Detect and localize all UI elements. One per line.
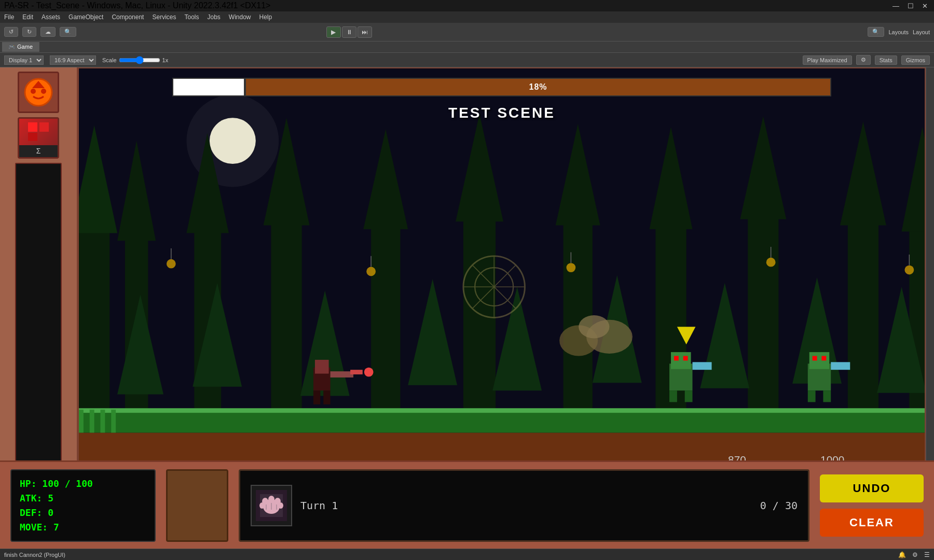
svg-marker-36	[492, 287, 542, 390]
display-select-container[interactable]: Display 1	[4, 55, 44, 65]
pause-button[interactable]: ⏸	[342, 26, 356, 38]
card-panel[interactable]: Σ	[18, 117, 59, 159]
svg-rect-30	[909, 206, 925, 418]
menu-file[interactable]: File	[4, 13, 14, 21]
svg-rect-14	[194, 210, 221, 417]
stat-move: MOVE: 7	[20, 522, 146, 533]
status-text: finish Cannon2 (ProgUI)	[4, 552, 65, 558]
menu-services[interactable]: Services	[152, 13, 176, 21]
settings-button[interactable]: ⚙	[856, 55, 871, 65]
svg-marker-39	[792, 277, 842, 383]
menu-edit[interactable]: Edit	[22, 13, 33, 21]
svg-marker-38	[700, 283, 749, 388]
minimize-button[interactable]: —	[890, 2, 901, 10]
gizmos-button[interactable]: Gizmos	[901, 55, 930, 65]
turn-header: Turn 1 0 / 30	[300, 499, 798, 512]
toolbar: ↺ ↻ ☁ 🔍 ▶ ⏸ ⏭ 🔍 Layouts Layout	[0, 23, 934, 41]
search-toolbar-button[interactable]: 🔍	[60, 27, 76, 37]
svg-rect-79	[315, 360, 329, 374]
play-maximized-button[interactable]: Play Maximized	[803, 55, 852, 65]
svg-rect-99	[823, 390, 831, 402]
display-select[interactable]: Display 1	[4, 55, 44, 65]
tab-game[interactable]: 🎮 Game	[2, 42, 39, 52]
maximize-button[interactable]: ☐	[905, 2, 916, 10]
card-bottom: Σ	[19, 145, 58, 157]
svg-point-58	[586, 320, 633, 354]
stat-def: DEF: 0	[20, 507, 146, 518]
turn-text-area: Turn 1 0 / 30	[300, 499, 798, 512]
svg-rect-16	[271, 199, 301, 417]
svg-marker-25	[650, 127, 693, 229]
turn-info: Turn 1 0 / 30	[239, 469, 809, 542]
game-bar-right: Play Maximized ⚙ Stats Gizmos	[803, 55, 930, 65]
tab-game-icon: 🎮	[8, 44, 16, 50]
character-icon-box[interactable]	[18, 72, 59, 113]
svg-rect-60	[79, 410, 925, 432]
undo-toolbar-button[interactable]: ↺	[4, 27, 18, 37]
layout-label: Layout	[913, 29, 930, 35]
menu-window[interactable]: Window	[229, 13, 251, 21]
svg-marker-92	[677, 327, 696, 344]
svg-rect-26	[748, 194, 778, 417]
svg-rect-89	[692, 362, 711, 370]
menu-help[interactable]: Help	[259, 13, 272, 21]
svg-rect-87	[674, 356, 679, 361]
svg-rect-81	[323, 390, 330, 404]
svg-marker-33	[193, 283, 242, 387]
play-button[interactable]: ▶	[326, 26, 341, 38]
svg-rect-20	[463, 194, 496, 417]
scale-slider[interactable]	[119, 56, 160, 64]
step-button[interactable]: ⏭	[358, 26, 372, 38]
redo-toolbar-button[interactable]: ↻	[22, 27, 36, 37]
svg-rect-22	[564, 201, 593, 417]
turn-card-icon	[251, 485, 292, 526]
menu-component[interactable]: Component	[112, 13, 144, 21]
notification-icon[interactable]: 🔔	[898, 551, 906, 558]
svg-rect-24	[655, 204, 686, 417]
svg-rect-85	[669, 363, 692, 390]
svg-rect-91	[685, 390, 693, 402]
svg-marker-34	[300, 291, 350, 396]
svg-rect-80	[313, 390, 320, 404]
svg-marker-21	[456, 114, 503, 221]
menu-tools[interactable]: Tools	[184, 13, 199, 21]
search-icon[interactable]: 🔍	[868, 27, 884, 37]
menu-jobs[interactable]: Jobs	[207, 13, 220, 21]
tab-bar: 🎮 Game	[0, 41, 934, 53]
undo-button[interactable]: UNDO	[820, 474, 924, 502]
clear-button[interactable]: CLEAR	[820, 509, 924, 537]
action-buttons: UNDO CLEAR	[820, 474, 924, 537]
svg-marker-35	[408, 279, 457, 385]
aspect-select-container[interactable]: 16:9 Aspect	[50, 55, 96, 65]
svg-point-47	[766, 258, 776, 267]
aspect-select[interactable]: 16:9 Aspect	[50, 55, 96, 65]
svg-point-3	[41, 89, 46, 94]
title-bar-controls[interactable]: — ☐ ✕	[890, 2, 930, 10]
stats-box: HP: 100 / 100 ATK: 5 DEF: 0 MOVE: 7	[10, 469, 156, 542]
svg-rect-86	[671, 352, 691, 369]
card-top	[19, 119, 58, 145]
menu-status-icon[interactable]: ☰	[924, 551, 930, 558]
svg-point-84	[364, 368, 374, 377]
svg-point-110	[278, 502, 283, 509]
svg-line-56	[473, 265, 516, 309]
svg-rect-18	[371, 206, 400, 418]
menu-gameobject[interactable]: GameObject	[68, 13, 103, 21]
svg-rect-64	[100, 410, 105, 432]
svg-point-43	[366, 267, 376, 276]
cloud-button[interactable]: ☁	[40, 27, 56, 37]
settings-status-icon[interactable]: ⚙	[912, 551, 918, 558]
svg-rect-63	[90, 410, 94, 432]
play-controls: ▶ ⏸ ⏭	[326, 26, 372, 38]
svg-point-8	[210, 118, 256, 164]
layouts-label: Layouts	[888, 29, 909, 35]
svg-point-2	[31, 89, 36, 94]
svg-point-57	[559, 325, 598, 356]
stats-button[interactable]: Stats	[875, 55, 897, 65]
svg-rect-95	[813, 356, 817, 361]
svg-rect-93	[808, 363, 831, 390]
svg-point-51	[463, 256, 525, 318]
status-bar: finish Cannon2 (ProgUI) 🔔 ⚙ ☰	[0, 549, 934, 560]
menu-assets[interactable]: Assets	[42, 13, 60, 21]
close-button[interactable]: ✕	[920, 2, 930, 10]
